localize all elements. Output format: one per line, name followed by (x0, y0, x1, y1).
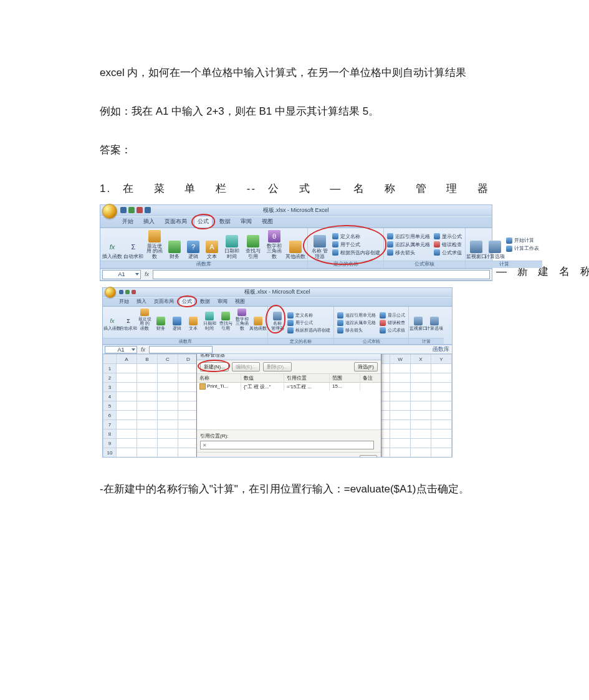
cell[interactable] (178, 420, 199, 429)
filter-button[interactable]: 筛选(F) (354, 362, 378, 372)
watch-window-button[interactable]: 监视窗口 (411, 308, 426, 332)
tab-insert[interactable]: 插入 (134, 297, 149, 306)
cell[interactable] (158, 373, 178, 383)
name-box[interactable]: A1 (102, 270, 141, 279)
edit-button[interactable]: 编辑(E)... (232, 362, 260, 372)
autosum-button[interactable]: Σ自动求和 (123, 229, 143, 261)
cell[interactable] (390, 373, 411, 383)
new-button[interactable]: 新建(N)... (200, 362, 229, 372)
cell[interactable] (431, 439, 452, 448)
formula-input[interactable] (149, 346, 213, 353)
column-header[interactable]: X (411, 355, 431, 364)
cell[interactable] (411, 411, 431, 420)
column-header[interactable]: W (390, 355, 411, 364)
cell[interactable] (117, 411, 137, 420)
redo-icon[interactable] (136, 207, 143, 213)
error-check-item[interactable]: 错误检查 (380, 320, 405, 326)
error-check-item[interactable]: 错误检查 (434, 241, 462, 248)
cell[interactable] (117, 364, 137, 373)
close-button[interactable]: 关闭 (360, 455, 377, 457)
cell[interactable] (137, 448, 158, 458)
more-functions-button[interactable]: 其他函数 (285, 229, 305, 261)
row-header[interactable]: 9 (103, 439, 117, 448)
cell[interactable] (411, 429, 431, 439)
column-header[interactable] (103, 355, 117, 364)
calc-now-item[interactable]: 开始计算 (506, 237, 539, 244)
row-header[interactable]: 6 (103, 411, 117, 420)
col-scope[interactable]: 范围 (330, 374, 360, 382)
col-note[interactable]: 备注 (360, 374, 381, 382)
calc-sheet-item[interactable]: 计算工作表 (506, 245, 539, 252)
cell[interactable] (117, 429, 137, 439)
name-manager-button[interactable]: 名称 管理器 (310, 229, 330, 261)
ref-input[interactable]: ✕ (200, 441, 374, 449)
tab-page-layout[interactable]: 页面布局 (161, 216, 190, 228)
cell[interactable] (158, 364, 178, 373)
cell[interactable] (117, 420, 137, 429)
row-header[interactable]: 2 (103, 373, 117, 383)
row-header[interactable]: 5 (103, 401, 117, 411)
finance-button[interactable]: 财务 (153, 308, 168, 332)
row-header[interactable]: 4 (103, 392, 117, 401)
undo-icon[interactable] (128, 207, 135, 213)
logic-button[interactable]: ?逻辑 (184, 229, 202, 261)
evaluate-formula-item[interactable]: 公式求值 (380, 327, 405, 333)
list-item[interactable]: Print_Ti... {"工 程 设..." ='15工程 ... 15... (197, 383, 381, 391)
tab-review[interactable]: 审阅 (237, 216, 255, 228)
trace-precedents-item[interactable]: 追踪引用单元格 (337, 312, 376, 319)
tab-view[interactable]: 视图 (232, 297, 247, 306)
cell[interactable] (158, 429, 178, 439)
delete-button[interactable]: 删除(D)... (263, 362, 292, 372)
date-time-button[interactable]: 日期和 时间 (202, 308, 217, 332)
column-header[interactable]: C (158, 355, 178, 364)
row-header[interactable]: 3 (103, 383, 117, 392)
cell[interactable] (178, 401, 199, 411)
cell[interactable] (117, 439, 137, 448)
column-header[interactable]: A (117, 355, 137, 364)
cell[interactable] (411, 383, 431, 392)
cell[interactable] (411, 439, 431, 448)
cell[interactable] (158, 401, 178, 411)
calc-options-button[interactable]: 计算选项 (486, 229, 504, 261)
tab-insert[interactable]: 插入 (140, 216, 158, 228)
col-value[interactable]: 数值 (241, 374, 284, 382)
define-name-item[interactable]: 定义名称 (332, 233, 380, 240)
create-from-selection-item[interactable]: 根据所选内容创建 (287, 327, 330, 333)
define-name-item[interactable]: 定义名称 (287, 312, 330, 319)
fx-icon[interactable]: fx (145, 271, 149, 277)
cell[interactable] (137, 411, 158, 420)
trace-precedents-item[interactable]: 追踪引用单元格 (387, 233, 430, 240)
tab-formula[interactable]: 公式 (194, 216, 213, 228)
show-formulas-item[interactable]: 显示公式 (380, 312, 405, 319)
cell[interactable] (137, 401, 158, 411)
cell[interactable] (431, 429, 452, 439)
redo-icon[interactable] (132, 290, 136, 294)
cell[interactable] (411, 373, 431, 383)
date-time-button[interactable]: 日期和 时间 (222, 229, 242, 261)
cell[interactable] (158, 420, 178, 429)
trace-dependents-item[interactable]: 追踪从属单元格 (387, 241, 430, 248)
name-manager-button[interactable]: 名称 管理器 (270, 308, 285, 332)
save-icon[interactable] (119, 290, 123, 294)
cell[interactable] (411, 392, 431, 401)
cell[interactable] (411, 364, 431, 373)
column-header[interactable]: B (137, 355, 158, 364)
fx-icon[interactable]: fx (141, 347, 145, 353)
use-in-formula-item[interactable]: 用于公式 (287, 320, 330, 326)
text-button[interactable]: A文本 (203, 229, 221, 261)
cell[interactable] (178, 448, 199, 458)
cell[interactable] (390, 364, 411, 373)
cell[interactable] (178, 439, 199, 448)
lookup-ref-button[interactable]: 查找与 引用 (243, 229, 263, 261)
save-icon[interactable] (120, 207, 127, 213)
calc-options-button[interactable]: 计算选项 (427, 308, 442, 332)
cell[interactable] (390, 420, 411, 429)
cell[interactable] (390, 439, 411, 448)
cell[interactable] (158, 383, 178, 392)
evaluate-formula-item[interactable]: 公式求值 (434, 249, 462, 256)
column-header[interactable]: D (178, 355, 199, 364)
cell[interactable] (411, 448, 431, 458)
recent-functions-button[interactable]: 最近使用 的函数 (137, 308, 152, 332)
autosum-button[interactable]: Σ自动求和 (121, 308, 136, 332)
cell[interactable] (390, 401, 411, 411)
